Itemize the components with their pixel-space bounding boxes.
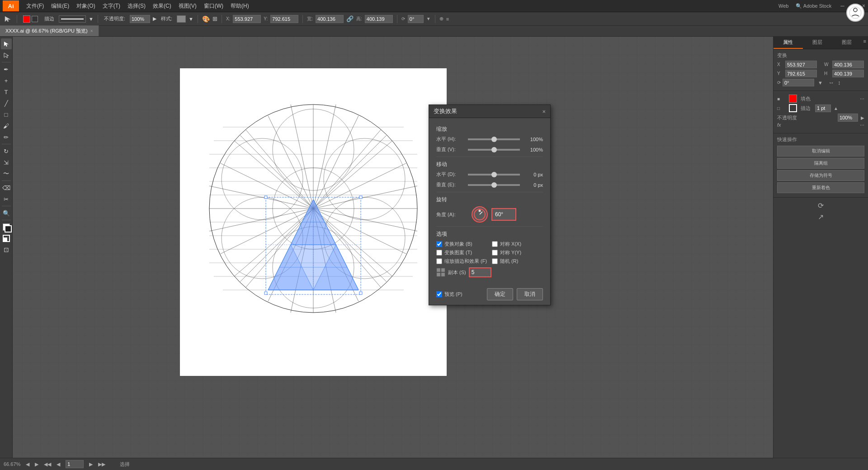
scale-stroke-checkbox-row[interactable]: 缩放描边和效果 (F) (436, 258, 487, 265)
reflect-x-checkbox[interactable] (492, 241, 498, 247)
stroke-width-input[interactable]: ▼ (89, 16, 94, 22)
stroke-width-up[interactable]: ▲ (834, 106, 838, 111)
normal-mode[interactable] (1, 233, 12, 244)
stroke-width-field[interactable] (815, 104, 831, 112)
cancel-edit-button[interactable]: 取消编辑 (777, 146, 864, 157)
add-anchor-tool[interactable]: + (1, 75, 12, 86)
angle-input[interactable] (491, 208, 516, 221)
pencil-tool[interactable]: ✏ (1, 132, 12, 142)
menu-edit[interactable]: 编辑(E) (48, 1, 72, 11)
cancel-button[interactable]: 取消 (517, 288, 543, 300)
move-h-slider[interactable] (468, 174, 520, 176)
save-symbol-button[interactable]: 存储为符号 (777, 170, 864, 181)
link-size-icon[interactable]: 🔗 (346, 15, 354, 22)
fill-stroke-display[interactable] (1, 222, 12, 233)
menu-text[interactable]: 文字(T) (100, 1, 123, 11)
transform-pattern-checkbox-row[interactable]: 变换图案 (T) (436, 249, 487, 256)
opacity-arrow[interactable]: ▶ (153, 16, 156, 22)
angle-dropdown-icon[interactable]: ▼ (426, 16, 431, 21)
fill-more-icon[interactable]: ··· (860, 95, 864, 102)
page-next-icon[interactable]: ▶▶ (98, 461, 105, 467)
scale-stroke-checkbox[interactable] (436, 258, 442, 264)
zoom-increase-icon[interactable]: ▶ (35, 461, 38, 467)
menu-effect[interactable]: 效果(C) (150, 1, 174, 11)
eraser-tool[interactable]: ⌫ (1, 182, 12, 193)
random-checkbox[interactable] (492, 258, 498, 264)
style-arrow[interactable]: ▼ (189, 16, 193, 22)
direct-select-tool[interactable] (1, 50, 12, 61)
tab-close-button[interactable]: × (90, 28, 93, 33)
arrange-icon[interactable]: ⊞ (212, 15, 217, 22)
reflect-y-checkbox[interactable] (492, 250, 498, 256)
rp-y-input[interactable] (785, 70, 817, 77)
rotation-dial[interactable] (472, 206, 488, 223)
scissors-tool[interactable]: ✂ (1, 194, 12, 204)
rp-x-input[interactable] (785, 61, 817, 68)
stroke-color-swatch[interactable] (789, 104, 797, 112)
transform-object-checkbox-row[interactable]: 变换对象 (B) (436, 241, 487, 247)
move-v-slider[interactable] (468, 184, 520, 186)
stroke-color-swatch[interactable] (21, 14, 40, 24)
reflect-y-checkbox-row[interactable]: 对称 Y(Y) (492, 249, 543, 256)
recolor-button[interactable]: 重新着色 (777, 182, 864, 193)
rp-angle-input[interactable] (783, 79, 814, 86)
scale-h-slider[interactable] (468, 138, 520, 140)
random-checkbox-row[interactable]: 随机 (R) (492, 258, 543, 265)
recolor-icon[interactable]: 🎨 (202, 15, 210, 23)
paintbrush-tool[interactable]: 🖌 (1, 120, 12, 131)
scale-v-slider[interactable] (468, 149, 520, 151)
menu-object[interactable]: 对象(O) (74, 1, 98, 11)
width-input[interactable] (316, 15, 344, 23)
panel-icon-1[interactable]: ⟳ (818, 201, 824, 210)
tab-layers2[interactable]: 图层 (832, 37, 862, 49)
page-input[interactable] (66, 460, 84, 468)
transform-object-checkbox[interactable] (436, 241, 442, 247)
transform-pattern-checkbox[interactable] (436, 250, 442, 256)
page-prev-icon[interactable]: ◀◀ (44, 461, 51, 467)
fx-more-icon[interactable]: ··· (860, 122, 864, 128)
menu-view[interactable]: 视图(V) (176, 1, 199, 11)
rp-flip-h-icon[interactable]: ↔ (828, 79, 834, 86)
copies-input[interactable] (469, 267, 491, 277)
warp-tool[interactable]: 〜 (1, 168, 12, 179)
fill-color-swatch[interactable] (789, 95, 797, 103)
shape-tool[interactable]: □ (1, 109, 12, 120)
more-tools-icon[interactable]: ⊕ (439, 16, 443, 22)
menu-window[interactable]: 窗口(W) (201, 1, 226, 11)
tab-properties[interactable]: 属性 (774, 37, 803, 49)
height-input[interactable] (365, 15, 393, 23)
rp-h-input[interactable] (832, 70, 864, 77)
rp-w-input[interactable] (832, 61, 864, 68)
rotate-tool[interactable]: ↻ (1, 146, 12, 157)
panel-icon-2[interactable]: ↗ (818, 213, 824, 221)
minimize-button[interactable]: ─ (840, 3, 844, 9)
type-tool[interactable]: T (1, 86, 12, 97)
page-next-btn[interactable]: ▶ (89, 461, 93, 467)
menu-select[interactable]: 选择(S) (125, 1, 148, 11)
opacity-input[interactable] (130, 15, 150, 23)
x-coord-input[interactable] (233, 15, 261, 23)
menu-help[interactable]: 帮助(H) (228, 1, 252, 11)
rp-flip-v-icon[interactable]: ↕ (838, 79, 841, 86)
select-tool[interactable] (1, 38, 12, 49)
preview-checkbox-row[interactable]: 预览 (P) (436, 291, 462, 298)
ok-button[interactable]: 确定 (487, 288, 513, 300)
y-coord-input[interactable] (270, 15, 298, 23)
opacity-field[interactable] (838, 114, 858, 122)
style-swatch[interactable] (177, 15, 186, 23)
scale-tool[interactable]: ⇲ (1, 157, 12, 168)
isolate-button[interactable]: 隔离组 (777, 158, 864, 169)
dialog-close-icon[interactable]: × (542, 108, 546, 115)
line-tool[interactable]: ╱ (1, 98, 12, 109)
main-tab[interactable]: XXXX.ai @ 66.67% (RGB/GPU 预览) × (0, 25, 99, 36)
page-prev-btn[interactable]: ◀ (57, 461, 60, 467)
zoom-tool[interactable]: 🔍 (1, 208, 12, 218)
rp-angle-dropdown[interactable]: ▼ (818, 80, 823, 85)
search-bar[interactable]: 🔍 Adobe Stock (796, 3, 831, 9)
zoom-decrease-icon[interactable]: ◀ (26, 461, 29, 467)
tab-layers[interactable]: 图层 (803, 37, 832, 49)
panel-menu-icon[interactable]: ≡ (862, 37, 868, 49)
preview-checkbox[interactable] (436, 291, 442, 297)
menu-file[interactable]: 文件(F) (24, 1, 47, 11)
dialog-title-bar[interactable]: 变换效果 × (429, 105, 550, 118)
